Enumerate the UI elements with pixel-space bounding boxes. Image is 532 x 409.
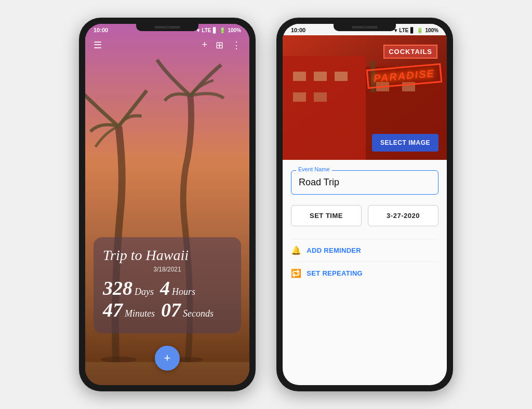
- menu-icon[interactable]: ☰: [94, 39, 102, 51]
- battery-label-2: 100%: [425, 28, 438, 33]
- time-display: 10:00: [94, 27, 108, 33]
- svg-rect-8: [335, 72, 348, 81]
- date-button[interactable]: 3-27-2020: [368, 205, 438, 226]
- front-camera-2: [363, 25, 367, 29]
- event-name-field-group: Event Name: [291, 170, 438, 195]
- hours-label: Hours: [172, 287, 195, 297]
- set-repeating-label: SET REPEATING: [307, 269, 363, 277]
- time-display-2: 10:00: [291, 27, 305, 33]
- signal-icon-2: ▋: [410, 28, 415, 33]
- battery-icon-2: 🔋: [417, 28, 423, 33]
- bell-icon: 🔔: [291, 246, 301, 255]
- toolbar: ☰ + ⊞ ⋮: [85, 35, 249, 55]
- add-icon[interactable]: +: [202, 39, 207, 51]
- phone-2: 10:00 ▾ LTE ▋ 🔋 100%: [276, 18, 453, 391]
- event-title: Trip to Hawaii: [103, 248, 232, 264]
- battery-icon: 🔋: [219, 28, 225, 33]
- countdown-card: Trip to Hawaii 3/18/2021 328 Days 4 Hour…: [94, 237, 241, 333]
- minutes-number: 47: [103, 300, 123, 320]
- fab-icon: +: [164, 351, 171, 365]
- svg-rect-10: [314, 92, 327, 102]
- minutes-label: Minutes: [125, 308, 155, 319]
- repeat-icon: 🔁: [291, 268, 301, 278]
- edit-form: Event Name SET TIME 3-27-2020 🔔 ADD REMI…: [283, 160, 447, 294]
- svg-rect-9: [293, 92, 306, 102]
- time-row: SET TIME 3-27-2020: [291, 205, 438, 226]
- add-reminder-row[interactable]: 🔔 ADD REMINDER: [291, 240, 438, 261]
- set-repeating-row[interactable]: 🔁 SET REPEATING: [291, 263, 438, 283]
- set-time-button[interactable]: SET TIME: [291, 205, 362, 226]
- days-row: 328 Days 4 Hours: [103, 278, 232, 298]
- event-name-input[interactable]: [291, 170, 438, 195]
- fab-button[interactable]: +: [155, 346, 180, 371]
- days-number: 328: [103, 278, 132, 298]
- phone-1: 10:00 ▾ LTE ▋ 🔋 100% ☰ + ⊞ ⋮ Trip to Haw…: [79, 18, 256, 391]
- add-reminder-label: ADD REMINDER: [307, 247, 361, 254]
- seconds-row: 47 Minutes 07 Seconds: [103, 300, 232, 320]
- battery-label: 100%: [228, 28, 241, 33]
- seconds-number: 07: [161, 300, 181, 320]
- more-icon[interactable]: ⋮: [232, 39, 241, 51]
- hero-image: COCKTAILS PARADISE SELECT IMAGE: [283, 35, 447, 160]
- signal-icon: ▋: [213, 28, 217, 33]
- lte-label-2: LTE: [399, 28, 408, 33]
- event-name-label: Event Name: [296, 166, 332, 172]
- cocktails-sign: COCKTAILS: [383, 45, 437, 59]
- seconds-label: Seconds: [183, 308, 214, 319]
- days-label: Days: [135, 287, 154, 297]
- svg-rect-7: [314, 72, 327, 81]
- front-camera: [166, 25, 169, 29]
- event-date: 3/18/2021: [103, 266, 232, 273]
- hours-number: 4: [160, 278, 170, 298]
- divider-1: [291, 239, 438, 239]
- svg-rect-6: [293, 72, 306, 81]
- lte-label: LTE: [202, 28, 211, 33]
- divider-2: [291, 262, 438, 262]
- grid-icon[interactable]: ⊞: [216, 39, 223, 51]
- select-image-button[interactable]: SELECT IMAGE: [372, 134, 438, 152]
